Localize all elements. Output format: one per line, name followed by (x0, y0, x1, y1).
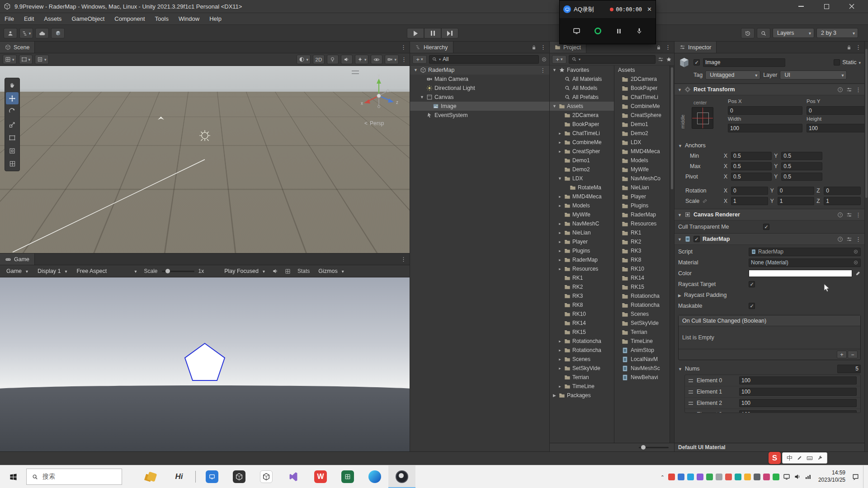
tray-icon[interactable] (773, 474, 779, 480)
remove-event-button[interactable]: − (848, 351, 858, 358)
link-scale-icon[interactable] (702, 198, 708, 204)
taskbar-app-sheets[interactable] (334, 465, 361, 488)
foldout-arrow[interactable]: ▸ (557, 221, 562, 226)
project-tree-item[interactable]: ▸ Resources (550, 264, 614, 273)
taskbar-app-cad[interactable]: Hi (165, 465, 193, 488)
taskbar-clock[interactable]: 14:59 2023/10/25 (816, 469, 848, 483)
keyboard-icon[interactable] (807, 455, 813, 461)
taskbar-app-visual-studio[interactable] (280, 465, 307, 488)
drag-handle-icon[interactable] (689, 379, 693, 382)
kebab-icon[interactable] (855, 236, 861, 243)
project-tree-item[interactable]: RK3 (550, 291, 614, 300)
stats-button[interactable]: Stats (295, 268, 312, 274)
lock-icon[interactable] (531, 45, 537, 50)
asset-item[interactable]: Scenes (614, 310, 670, 319)
gameobject-icon[interactable] (678, 56, 690, 69)
hierarchy-item[interactable]: Image (410, 102, 549, 111)
rotation-z-field[interactable] (824, 187, 861, 195)
project-tree-item[interactable]: ▸ Rotationcha (550, 337, 614, 346)
help-icon[interactable] (837, 212, 843, 218)
foldout-arrow[interactable]: ▸ (557, 384, 562, 389)
eyedropper-icon[interactable] (855, 271, 861, 277)
asset-item[interactable]: RK2 (614, 237, 670, 246)
project-tree-item[interactable]: All Models (550, 84, 614, 93)
array-element-row[interactable]: Element 0 (685, 375, 860, 386)
drag-handle-icon[interactable] (689, 402, 693, 405)
tray-icon[interactable] (763, 474, 770, 480)
tray-icon[interactable] (706, 474, 713, 480)
scale-tool[interactable] (6, 118, 19, 131)
anchors-foldout[interactable]: Anchors (675, 141, 864, 150)
element-value-field[interactable] (739, 376, 857, 385)
static-dropdown-arrow[interactable] (859, 59, 861, 66)
tray-icon[interactable] (678, 474, 684, 480)
foldout-arrow[interactable]: ▸ (557, 140, 562, 145)
search-everywhere-button[interactable] (757, 28, 770, 38)
foldout-arrow[interactable]: ▸ (557, 366, 562, 371)
tab-game[interactable]: Game (0, 253, 35, 265)
scene-viewport[interactable]: y x z <Persp (0, 66, 410, 253)
project-tree-item[interactable]: ▸ SetSkyVide (550, 364, 614, 373)
aspect-dropdown[interactable]: Free Aspect (72, 266, 140, 276)
min-x-field[interactable] (731, 152, 772, 160)
asset-item[interactable]: NewBehavi (614, 373, 670, 382)
kebab-icon[interactable]: ⋮ (540, 67, 550, 74)
object-picker-icon[interactable] (853, 249, 859, 254)
asset-item[interactable]: ChatTimeLi (614, 93, 670, 102)
pos-y-field[interactable] (807, 106, 864, 115)
taskbar-app-meeting[interactable] (198, 465, 226, 488)
sogou-logo[interactable]: S (769, 452, 781, 464)
taskbar-search[interactable]: 搜索 (26, 469, 122, 485)
drag-handle-icon[interactable] (689, 390, 693, 394)
project-tree-item[interactable]: RK8 (550, 300, 614, 310)
preset-icon[interactable] (846, 212, 852, 218)
action-center-icon[interactable] (852, 473, 859, 481)
project-tree-item[interactable]: RotateMa (550, 183, 614, 192)
foldout-arrow[interactable]: ▼ (413, 68, 418, 72)
asset-item[interactable]: RK10 (614, 264, 670, 273)
step-button[interactable] (441, 28, 458, 38)
element-value-field[interactable] (739, 410, 857, 413)
tray-icon[interactable] (754, 474, 760, 480)
foldout-arrow[interactable] (678, 366, 682, 372)
project-tree-item[interactable]: ▸ Player (550, 237, 614, 246)
asset-item[interactable]: MMD4Meca (614, 147, 670, 156)
project-tree-item[interactable]: ▼ Favorites (550, 66, 614, 75)
ime-mode-indicator[interactable]: 中 (787, 454, 793, 462)
kebab-icon[interactable] (665, 44, 671, 51)
asset-item[interactable]: AnimStop (614, 346, 670, 355)
kebab-icon[interactable] (540, 44, 546, 51)
scale-x-field[interactable] (731, 197, 768, 205)
tray-icon[interactable] (697, 474, 703, 480)
height-field[interactable] (807, 124, 864, 132)
taskbar-app-unity-editor[interactable] (226, 465, 253, 488)
foldout-arrow[interactable]: ▸ (557, 258, 562, 262)
network-tray-icon[interactable] (805, 473, 812, 480)
menu-item[interactable]: Window (179, 15, 199, 22)
tool-settings-dropdown[interactable] (3, 55, 17, 64)
transform-tool[interactable] (6, 145, 19, 157)
project-tree-item[interactable]: ▸ Rotationcha (550, 346, 614, 355)
rotation-y-field[interactable] (778, 187, 815, 195)
orientation-gizmo[interactable]: y x z (355, 72, 402, 119)
scene-picker-icon[interactable] (541, 56, 547, 62)
asset-item[interactable]: NieLian (614, 183, 670, 192)
kebab-icon[interactable] (401, 44, 406, 51)
project-tree-item[interactable]: Terrian (550, 373, 614, 382)
project-tree-item[interactable]: ▸ NieLian (550, 228, 614, 237)
foldout-arrow[interactable]: ▸ (557, 267, 562, 271)
taskbar-app-edge[interactable] (361, 465, 388, 488)
project-tree-item[interactable]: RK15 (550, 328, 614, 337)
project-search-box[interactable] (569, 55, 656, 64)
width-field[interactable] (728, 124, 802, 132)
hierarchy-item[interactable]: ▼ Canvas (410, 93, 549, 102)
asset-item[interactable]: CreatSphere (614, 111, 670, 120)
layer-dropdown[interactable]: UI (780, 70, 847, 80)
foldout-arrow[interactable]: ▼ (557, 176, 562, 181)
undo-history-button[interactable] (741, 28, 755, 38)
foldout-arrow[interactable]: ▸ (557, 357, 562, 361)
project-tree-item[interactable]: ▸ ChatTimeLi (550, 129, 614, 138)
camera-settings-dropdown[interactable] (385, 55, 399, 64)
asset-item[interactable]: Plugins (614, 201, 670, 210)
project-tree-item[interactable]: RK1 (550, 273, 614, 282)
